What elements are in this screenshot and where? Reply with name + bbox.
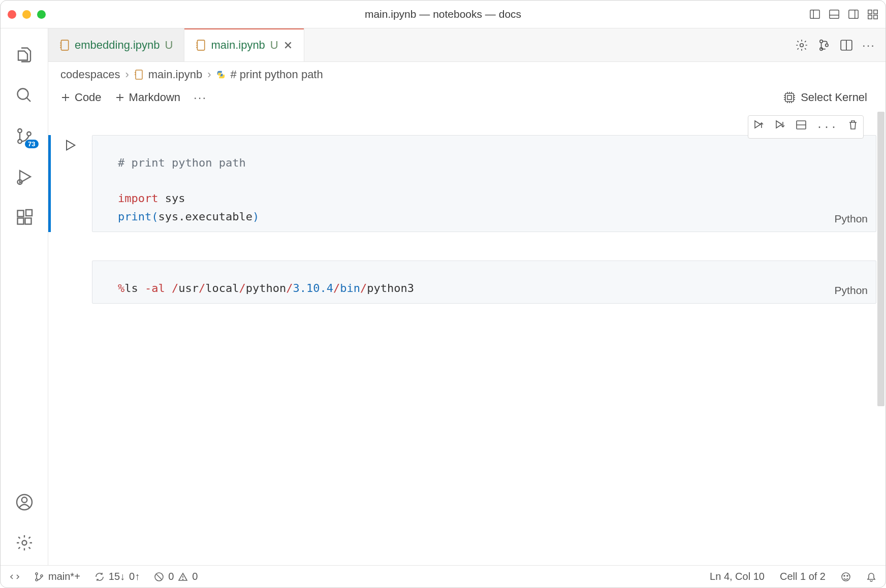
run-below-icon[interactable] [774,119,786,131]
select-kernel-button[interactable]: Select Kernel [783,91,873,104]
svg-rect-8 [868,15,872,19]
code-flag: -al [145,282,165,295]
tab-status: U [165,39,173,52]
cursor-position[interactable]: Ln 4, Col 10 [710,571,765,582]
svg-line-72 [156,574,162,579]
cell-position[interactable]: Cell 1 of 2 [780,571,826,582]
toolbar-more-icon[interactable]: ··· [194,90,207,105]
tab-status: U [270,39,278,52]
svg-point-76 [844,575,845,576]
account-icon[interactable] [15,493,34,511]
svg-point-68 [36,573,38,575]
notebook-settings-gear-icon[interactable] [795,39,808,52]
diff-icon[interactable] [817,39,831,52]
tab-label: main.ipynb [211,39,265,52]
svg-rect-19 [25,218,31,224]
split-cell-icon[interactable] [795,119,807,131]
explorer-icon[interactable] [15,46,34,64]
settings-gear-icon[interactable] [15,534,34,552]
maximize-window-button[interactable] [37,10,46,19]
svg-line-11 [26,98,30,102]
svg-point-37 [826,44,828,46]
svg-rect-40 [136,70,142,79]
notifications-bell-icon[interactable] [866,572,876,582]
close-window-button[interactable] [8,10,16,19]
cell-editor[interactable]: %ls -al /usr/local/python/3.10.4/bin/pyt… [92,260,876,304]
svg-point-35 [820,40,822,42]
svg-rect-9 [874,15,877,19]
code-module: sys [165,192,185,205]
sync-indicator[interactable]: 15↓ 0↑ [94,571,140,582]
svg-point-22 [21,497,27,503]
svg-point-13 [18,140,22,144]
svg-rect-20 [26,210,32,216]
close-tab-icon[interactable] [283,41,293,50]
breadcrumb-segment[interactable]: main.ipynb [148,68,202,81]
chevron-right-icon: › [125,68,129,81]
code-cell[interactable]: ··· # print python path import sys print… [48,135,876,232]
problems-indicator[interactable]: 0 0 [154,571,198,582]
add-code-cell-button[interactable]: Code [60,91,102,104]
run-cell-icon[interactable] [63,138,77,152]
add-code-label: Code [75,91,102,104]
code-cell[interactable]: %ls -al /usr/local/python/3.10.4/bin/pyt… [48,260,876,304]
svg-rect-24 [61,40,68,50]
delete-cell-icon[interactable] [847,119,859,131]
svg-point-14 [27,132,31,136]
code-magic: % [118,282,124,295]
scm-badge: 73 [25,140,38,148]
cell-focus-indicator [48,135,51,232]
cell-toolbar: ··· [748,115,864,139]
statusbar: main*+ 15↓ 0↑ 0 0 Ln 4, Col 10 Cell 1 of… [1,565,885,587]
code-function: print [118,210,151,223]
tabs-row: embedding.ipynb U main.ipynb U ··· [48,28,885,62]
remote-indicator[interactable] [10,572,20,582]
sync-down: 15↓ [109,571,125,582]
feedback-icon[interactable] [841,572,851,582]
code-comment: # print python path [118,156,246,169]
code-keyword: import [118,192,158,205]
tab-main[interactable]: main.ipynb U [184,28,304,61]
svg-point-69 [36,579,38,581]
notebook-icon [59,40,70,51]
cell-editor[interactable]: ··· # print python path import sys print… [92,135,876,232]
scrollbar-vertical[interactable] [877,112,884,406]
breadcrumb-segment[interactable]: # print python path [230,68,323,81]
panel-right-icon[interactable] [848,9,859,20]
minimize-window-button[interactable] [22,10,31,19]
layout-controls [809,9,878,20]
panel-bottom-icon[interactable] [829,9,840,20]
code-cmd: ls [124,282,138,295]
source-control-icon[interactable]: 73 [15,127,34,145]
svg-rect-4 [849,10,858,19]
add-markdown-cell-button[interactable]: Markdown [115,91,180,104]
tab-embedding[interactable]: embedding.ipynb U [48,28,184,61]
titlebar: main.ipynb — notebooks — docs [1,1,885,28]
run-debug-icon[interactable] [15,168,34,186]
window-title: main.ipynb — notebooks — docs [1,8,885,20]
svg-rect-6 [868,10,872,14]
cell-more-icon[interactable]: ··· [816,119,838,135]
cell-language-label[interactable]: Python [835,282,868,299]
breadcrumb[interactable]: codespaces › main.ipynb › # print python… [48,62,885,87]
branch-name: main*+ [48,571,80,582]
panel-left-icon[interactable] [809,9,820,20]
window-controls [8,10,46,19]
more-actions-icon[interactable]: ··· [862,38,875,52]
code-arg: sys.executable [158,210,252,223]
extensions-icon[interactable] [15,208,34,226]
svg-point-70 [41,575,43,577]
error-count: 0 [168,571,174,582]
cell-language-label[interactable]: Python [835,210,868,227]
search-icon[interactable] [15,86,34,105]
kernel-label: Select Kernel [801,91,867,104]
breadcrumb-segment[interactable]: codespaces [60,68,120,81]
svg-rect-2 [830,10,839,19]
split-editor-icon[interactable] [840,39,853,52]
notebook-icon [134,70,143,80]
layout-grid-icon[interactable] [867,9,878,20]
svg-marker-64 [776,121,782,128]
run-above-icon[interactable] [752,119,765,131]
git-branch-indicator[interactable]: main*+ [34,571,80,582]
svg-rect-28 [198,40,205,50]
